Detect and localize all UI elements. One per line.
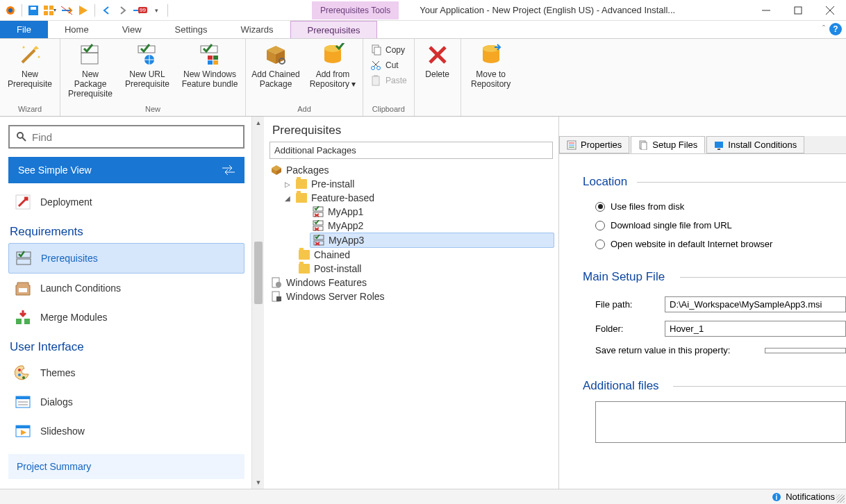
tab-properties[interactable]: Properties (559, 136, 629, 153)
help-icon[interactable]: ? (829, 23, 842, 35)
tree-myapp3[interactable]: MyApp3 (310, 233, 554, 248)
svg-point-43 (483, 45, 499, 52)
props-icon (567, 140, 577, 150)
svg-point-1 (8, 8, 13, 12)
tab-wizards[interactable]: Wizards (224, 21, 290, 38)
nav-prerequisites[interactable]: Prerequisites (8, 243, 244, 274)
folder-icon (299, 264, 310, 274)
new-windows-bundle-button[interactable]: New Windows Feature bundle (179, 40, 241, 89)
section-main-setup: Main Setup File (583, 270, 846, 284)
tree-myapp2[interactable]: MyApp2 (310, 219, 554, 233)
radio-open-browser[interactable]: Open website in default Internet browser (583, 235, 846, 253)
project-summary-button[interactable]: Project Summary (8, 454, 244, 479)
svg-rect-33 (374, 47, 381, 55)
nav-slideshow[interactable]: Slideshow (8, 417, 244, 446)
close-button[interactable] (814, 0, 846, 21)
tree-pane: Prerequisites Additional Packages Packag… (264, 117, 559, 489)
svg-rect-87 (715, 142, 723, 148)
tab-settings[interactable]: Settings (158, 21, 224, 38)
svg-rect-24 (208, 60, 213, 65)
collapse-icon[interactable]: ◢ (283, 194, 292, 202)
qat-link-icon[interactable] (59, 3, 74, 18)
radio-icon (595, 202, 605, 212)
filepath-label: File path: (595, 299, 665, 310)
qat-dropdown-icon[interactable]: ▾ (149, 3, 164, 18)
tab-home[interactable]: Home (48, 21, 106, 38)
qat-save-icon[interactable] (26, 3, 41, 18)
svg-point-16 (38, 56, 40, 58)
delete-button[interactable]: Delete (419, 40, 456, 79)
radio-download-url[interactable]: Download single file from URL (583, 216, 846, 235)
gear-doc-icon (271, 277, 282, 288)
nav-dialogs[interactable]: Dialogs (8, 387, 244, 417)
search-input[interactable]: Find (8, 125, 244, 149)
svg-rect-11 (795, 7, 802, 14)
expand-icon[interactable]: ▷ (283, 180, 292, 188)
maximize-button[interactable] (782, 0, 814, 21)
scroll-down-icon[interactable]: ▼ (252, 476, 265, 489)
detail-pane: Properties Setup Files Install Condition… (559, 117, 846, 489)
scroll-thumb[interactable] (254, 242, 263, 304)
svg-rect-88 (718, 149, 720, 150)
tree-myapp1[interactable]: MyApp1 (310, 205, 554, 219)
minimize-button[interactable] (750, 0, 782, 21)
move-to-repository-button[interactable]: Move to Repository (465, 40, 517, 89)
new-package-prereq-button[interactable]: New Package Prerequisite (65, 40, 116, 99)
prereq-item-icon (313, 220, 324, 231)
svg-rect-86 (641, 142, 647, 150)
svg-point-34 (372, 67, 375, 70)
qat-forward-icon[interactable] (115, 3, 131, 18)
nav-merge-modules[interactable]: Merge Modules (8, 303, 244, 332)
tree-feature-based[interactable]: ◢Feature-based (281, 191, 554, 205)
tree-preinstall[interactable]: ▷Pre-install (281, 177, 554, 191)
label: New Windows Feature bundle (182, 69, 238, 89)
tree-packages[interactable]: Packages (268, 163, 554, 177)
nav-header-ui: User Interface (8, 332, 244, 358)
new-prerequisite-button[interactable]: New Prerequisite (4, 40, 56, 89)
box-chain-icon (264, 43, 288, 67)
contextual-tab-header: Prerequisites Tools (312, 1, 399, 19)
tab-file[interactable]: File (0, 21, 48, 38)
save-prop-label: Save return value in this property: (595, 345, 730, 355)
radio-use-disk[interactable]: Use files from disk (583, 197, 846, 216)
left-scrollbar[interactable]: ▲ ▼ (251, 117, 264, 489)
new-url-prereq-button[interactable]: New URL Prerequisite (122, 40, 173, 89)
scroll-up-icon[interactable]: ▲ (252, 117, 265, 129)
group-label-new: New (65, 103, 241, 116)
tab-view[interactable]: View (106, 21, 158, 38)
nav-deployment[interactable]: Deployment (8, 187, 244, 217)
qat-grid-icon[interactable]: ▾ (42, 3, 58, 18)
filepath-input[interactable]: D:\Ai_Workspace\MySampleApp3.msi (665, 296, 846, 312)
qat-run-icon[interactable] (76, 3, 91, 18)
nav-launch-conditions[interactable]: Launch Conditions (8, 274, 244, 303)
tree-windows-features[interactable]: Windows Features (268, 276, 554, 289)
save-prop-input[interactable] (765, 348, 846, 353)
collapse-ribbon-icon[interactable]: ˆ (822, 24, 825, 34)
add-from-repository-button[interactable]: Add from Repository ▾ (307, 40, 358, 89)
qat-app-icon[interactable] (3, 3, 18, 18)
tree-postinstall[interactable]: Post-install (296, 262, 554, 276)
nav-themes[interactable]: Themes (8, 358, 244, 387)
tree-heading: Prerequisites (264, 117, 558, 142)
tab-install-conditions[interactable]: Install Conditions (706, 136, 804, 153)
svg-line-36 (374, 61, 379, 67)
cut-button[interactable]: Cut (367, 58, 410, 72)
tab-prerequisites[interactable]: Prerequisites (290, 21, 378, 38)
svg-point-15 (23, 47, 25, 49)
search-placeholder: Find (32, 131, 52, 143)
notifications-label[interactable]: Notifications (786, 492, 835, 502)
folder-icon (296, 179, 307, 189)
resize-grip-icon[interactable] (836, 494, 845, 503)
qat-back-icon[interactable] (99, 3, 114, 18)
folder-icon (299, 250, 310, 260)
label: New Package Prerequisite (65, 69, 116, 99)
simple-view-button[interactable]: See Simple View (8, 157, 244, 183)
tree-chained[interactable]: Chained (296, 248, 554, 262)
tab-setup-files[interactable]: Setup Files (631, 136, 705, 153)
additional-files-list[interactable] (595, 401, 846, 443)
tree-windows-roles[interactable]: Windows Server Roles (268, 289, 554, 303)
folder-input[interactable]: Hover_1 (665, 321, 846, 337)
qat-pin-icon[interactable]: 99 (132, 3, 147, 18)
copy-button[interactable]: Copy (367, 43, 410, 57)
add-chained-package-button[interactable]: Add Chained Package (250, 40, 301, 89)
